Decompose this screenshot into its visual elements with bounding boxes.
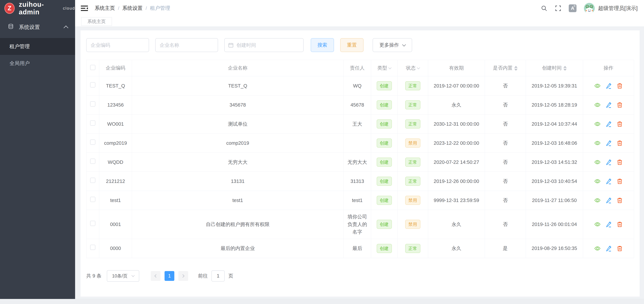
more-actions-label: 更多操作: [380, 42, 399, 49]
tabs-bar: 系统主页: [75, 16, 644, 27]
created-date-picker[interactable]: [224, 38, 304, 52]
type-tag: 创建: [377, 119, 392, 129]
sidebar: Z zuihou-admin cloud 系统设置 租户管理 全局用户: [0, 0, 75, 304]
col-header-status[interactable]: 状态: [398, 60, 428, 76]
status-tag: 正常: [405, 100, 420, 109]
col-header-type[interactable]: 类型: [371, 60, 398, 76]
edit-icon[interactable]: [605, 83, 612, 89]
user-menu[interactable]: 超级管理员[演示]: [598, 5, 638, 12]
company-code-input[interactable]: [86, 38, 149, 52]
delete-icon[interactable]: [616, 140, 623, 146]
delete-icon[interactable]: [616, 83, 623, 89]
edit-icon[interactable]: [605, 245, 612, 252]
row-checkbox[interactable]: [90, 140, 95, 145]
logo-icon: Z: [4, 3, 15, 14]
view-icon[interactable]: [594, 140, 601, 146]
cell-company-name: 测试单位: [132, 115, 344, 134]
prev-page-button[interactable]: [151, 271, 160, 281]
delete-icon[interactable]: [616, 159, 623, 165]
avatar[interactable]: [584, 3, 595, 14]
view-icon[interactable]: [594, 159, 601, 165]
cell-valid-until: 2019-12-26 00:00:00: [428, 172, 485, 191]
type-tag: 创建: [377, 81, 392, 90]
main-area: 系统主页 / 系统设置 / 租户管理 A 文: [75, 0, 644, 299]
select-all-checkbox[interactable]: [90, 65, 95, 70]
status-tag: 禁用: [405, 220, 420, 229]
view-icon[interactable]: [594, 178, 601, 184]
navbar-right: A 文 超级管理员[演示]: [533, 3, 638, 14]
cell-builtin: 否: [485, 134, 526, 153]
app-title-badge: cloud: [63, 6, 75, 11]
status-tag: 正常: [405, 244, 420, 253]
next-page-button[interactable]: [178, 271, 188, 281]
edit-icon[interactable]: [605, 102, 612, 108]
row-checkbox[interactable]: [90, 197, 95, 202]
search-button[interactable]: 搜索: [311, 38, 334, 52]
row-checkbox[interactable]: [90, 159, 95, 164]
row-checkbox[interactable]: [90, 101, 95, 107]
reset-button[interactable]: 重置: [340, 38, 364, 52]
breadcrumb-item[interactable]: 系统设置: [122, 5, 142, 12]
view-icon[interactable]: [594, 245, 601, 252]
type-tag: 创建: [377, 220, 392, 229]
table-row: comp2019 comp2019 创建 禁用 2023-12-22 00:00…: [86, 134, 634, 153]
cell-company-code: test1: [99, 191, 132, 210]
delete-icon[interactable]: [616, 221, 623, 227]
view-icon[interactable]: [594, 83, 601, 89]
sidebar-group-system-settings[interactable]: 系统设置: [0, 16, 75, 38]
breadcrumb-item[interactable]: 系统主页: [95, 5, 115, 12]
filter-icon: [388, 66, 391, 69]
collapse-sidebar-icon[interactable]: [81, 5, 88, 11]
cell-owner: 填你公司负责人的名字: [344, 210, 371, 239]
table-row: 0001 自己创建的租户拥有所有权限 填你公司负责人的名字 创建 禁用 永久 否…: [86, 210, 634, 239]
view-icon[interactable]: [594, 102, 601, 108]
col-header-builtin[interactable]: 是否内置: [485, 60, 526, 76]
edit-icon[interactable]: [605, 197, 612, 203]
delete-icon[interactable]: [616, 245, 623, 252]
delete-icon[interactable]: [616, 102, 623, 108]
search-icon[interactable]: [541, 5, 548, 12]
cell-company-name: 无穷大大: [132, 153, 344, 172]
delete-icon[interactable]: [616, 178, 623, 184]
edit-icon[interactable]: [605, 221, 612, 227]
row-checkbox[interactable]: [90, 245, 95, 250]
cell-company-name: comp2019: [132, 134, 344, 153]
app-title: zuihou-admin: [19, 1, 61, 16]
page-size-select[interactable]: 10条/页: [107, 270, 139, 282]
col-header-created[interactable]: 创建时间: [526, 60, 583, 76]
horizontal-scrollbar[interactable]: [0, 299, 644, 304]
edit-icon[interactable]: [605, 159, 612, 165]
fullscreen-icon[interactable]: [555, 5, 561, 12]
cell-owner: 45678: [344, 95, 371, 115]
edit-icon[interactable]: [605, 178, 612, 184]
row-checkbox[interactable]: [90, 178, 95, 183]
cell-company-code: WQDD: [99, 153, 132, 172]
edit-icon[interactable]: [605, 140, 612, 146]
view-icon[interactable]: [594, 221, 601, 227]
cell-builtin: 否: [485, 76, 526, 95]
delete-icon[interactable]: [616, 197, 623, 203]
sidebar-item-tenant-management[interactable]: 租户管理: [0, 38, 75, 55]
language-switch-icon[interactable]: A 文: [569, 5, 576, 12]
cell-company-name: 自己创建的租户拥有所有权限: [132, 210, 344, 239]
edit-icon[interactable]: [605, 121, 612, 127]
cell-owner: test1: [344, 191, 371, 210]
view-icon[interactable]: [594, 121, 601, 127]
status-tag: 正常: [405, 177, 420, 186]
created-date-input[interactable]: [224, 38, 304, 52]
more-actions-dropdown[interactable]: 更多操作: [373, 38, 412, 52]
sidebar-item-global-users[interactable]: 全局用户: [0, 55, 75, 72]
view-icon[interactable]: [594, 197, 601, 203]
cell-builtin: 否: [485, 115, 526, 134]
tab-home[interactable]: 系统主页: [81, 17, 112, 26]
company-name-input[interactable]: [155, 38, 218, 52]
row-checkbox[interactable]: [90, 221, 95, 226]
sidebar-group-label: 系统设置: [19, 24, 40, 31]
goto-page-input[interactable]: [212, 270, 224, 281]
page-number-1[interactable]: 1: [164, 271, 174, 281]
delete-icon[interactable]: [616, 121, 623, 127]
pagination: 共 9 条 10条/页 1 前往 页: [86, 270, 634, 282]
row-checkbox[interactable]: [90, 120, 95, 126]
cell-valid-until: 2019-12-07 00:00:00: [428, 76, 485, 95]
row-checkbox[interactable]: [90, 82, 95, 88]
